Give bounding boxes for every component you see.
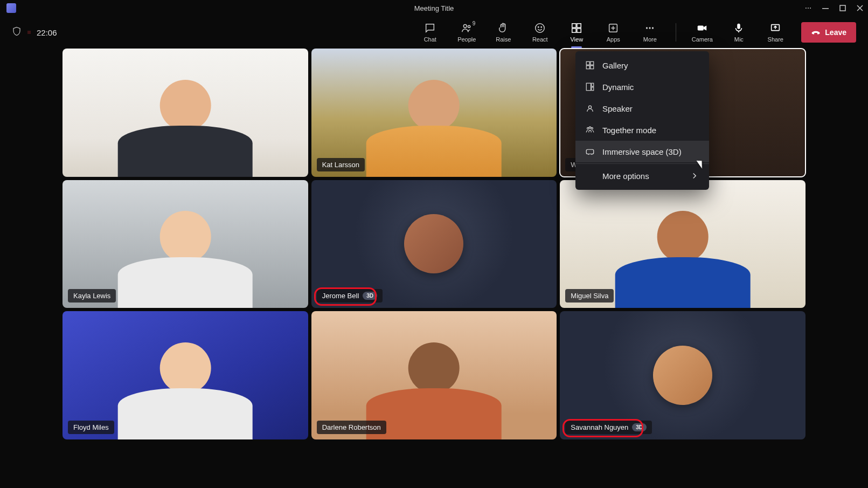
svg-rect-3 <box>822 8 829 9</box>
participant-tile[interactable]: Savannah Nguyen 3D <box>560 311 805 439</box>
participant-name-tag: Floyd Miles <box>68 421 114 434</box>
meeting-title: Meeting Title <box>112 4 756 12</box>
svg-rect-18 <box>698 25 704 30</box>
share-label: Share <box>768 36 783 43</box>
share-button[interactable]: Share <box>765 22 786 43</box>
participant-tile[interactable]: Darlene Robertson <box>311 311 557 439</box>
participant-name: Kat Larsson <box>322 161 359 169</box>
svg-point-1 <box>808 8 809 9</box>
video-grid: Kat Larsson Wade Warren Kayla Lewis Jero… <box>0 49 868 488</box>
svg-rect-11 <box>577 24 581 28</box>
menu-item-immersive[interactable]: Immersive space (3D) <box>575 141 709 162</box>
badge-3d: 3D <box>632 423 647 431</box>
apps-button[interactable]: Apps <box>602 22 624 43</box>
svg-point-17 <box>652 27 654 29</box>
camera-button[interactable]: Camera <box>691 22 713 43</box>
participant-name: Jerome Bell <box>322 292 359 300</box>
leave-label: Leave <box>825 28 846 37</box>
mic-button[interactable]: Mic <box>728 22 749 43</box>
participant-tile[interactable]: Miguel Silva <box>560 180 805 308</box>
svg-point-31 <box>591 127 593 129</box>
toolbar-divider <box>676 23 676 42</box>
svg-rect-13 <box>577 29 581 32</box>
svg-rect-32 <box>586 149 594 154</box>
participant-tile-self[interactable] <box>63 49 308 177</box>
participant-name-tag: Jerome Bell 3D <box>317 289 383 303</box>
view-label: View <box>570 36 583 43</box>
svg-point-6 <box>468 25 470 28</box>
participant-name: Savannah Nguyen <box>571 423 628 431</box>
raise-hand-button[interactable]: Raise <box>492 22 514 43</box>
participant-tile[interactable]: Floyd Miles <box>63 311 308 439</box>
minimize-icon[interactable] <box>822 4 829 12</box>
app-icon <box>6 3 16 13</box>
menu-label: Dynamic <box>602 83 634 92</box>
avatar-circle <box>653 346 712 405</box>
leave-button[interactable]: Leave <box>801 22 856 43</box>
svg-rect-12 <box>572 29 576 32</box>
raise-label: Raise <box>496 36 511 43</box>
maximize-icon[interactable] <box>839 4 846 12</box>
svg-rect-19 <box>738 24 741 29</box>
titlebar: Meeting Title <box>0 0 868 16</box>
participant-name-tag: Kayla Lewis <box>68 289 116 303</box>
menu-separator <box>575 163 709 164</box>
menu-item-more-options[interactable]: More options <box>575 165 709 187</box>
chevron-right-icon <box>690 171 699 181</box>
privacy-shield-icon[interactable] <box>12 26 22 38</box>
view-button[interactable]: View <box>566 22 587 43</box>
svg-rect-21 <box>586 61 589 65</box>
menu-label: More options <box>602 171 649 181</box>
chat-button[interactable]: Chat <box>419 22 441 43</box>
people-count: 9 <box>473 20 476 26</box>
participant-name-tag: Kat Larsson <box>317 158 365 171</box>
svg-point-30 <box>589 127 591 128</box>
participant-tile[interactable]: Kat Larsson <box>311 49 557 177</box>
svg-rect-10 <box>572 24 576 28</box>
svg-point-29 <box>587 127 589 129</box>
svg-rect-22 <box>591 61 594 65</box>
svg-point-9 <box>541 26 541 27</box>
camera-label: Camera <box>692 36 713 43</box>
svg-rect-4 <box>840 5 845 11</box>
svg-rect-24 <box>591 66 594 69</box>
avatar-circle <box>404 214 463 273</box>
participant-tile[interactable]: Kayla Lewis <box>63 180 308 308</box>
menu-label: Gallery <box>602 61 628 70</box>
svg-point-0 <box>805 8 807 9</box>
more-label: More <box>643 36 657 43</box>
svg-point-5 <box>464 24 467 28</box>
participant-name: Miguel Silva <box>571 292 608 300</box>
menu-item-speaker[interactable]: Speaker <box>575 98 709 119</box>
meeting-timer: 22:06 <box>37 28 57 37</box>
participant-name-tag: Miguel Silva <box>565 289 614 303</box>
participant-name: Darlene Robertson <box>322 423 381 431</box>
menu-item-together[interactable]: Together mode <box>575 119 709 141</box>
participant-name: Kayla Lewis <box>73 292 110 300</box>
close-icon[interactable] <box>856 4 864 12</box>
meeting-toolbar: 22:06 Chat 9 People Raise React View App… <box>0 16 868 49</box>
svg-rect-23 <box>586 66 589 69</box>
menu-label: Immersive space (3D) <box>602 147 682 156</box>
participant-tile[interactable]: Jerome Bell 3D <box>311 180 557 308</box>
svg-point-15 <box>646 27 648 29</box>
svg-point-16 <box>649 27 651 29</box>
people-label: People <box>457 36 476 43</box>
svg-point-8 <box>538 26 539 27</box>
svg-rect-25 <box>586 83 591 91</box>
participant-name: Floyd Miles <box>73 423 109 431</box>
chat-label: Chat <box>424 36 436 43</box>
svg-point-2 <box>810 8 811 9</box>
view-menu: Gallery Dynamic Speaker Together mode Im… <box>575 51 709 190</box>
menu-item-gallery[interactable]: Gallery <box>575 54 709 76</box>
menu-item-dynamic[interactable]: Dynamic <box>575 76 709 98</box>
menu-label: Together mode <box>602 126 656 135</box>
people-button[interactable]: 9 People <box>456 22 477 43</box>
participant-name-tag: Savannah Nguyen 3D <box>565 421 652 434</box>
svg-point-28 <box>588 106 591 108</box>
participant-name-tag: Darlene Robertson <box>317 421 386 434</box>
more-button[interactable]: More <box>639 22 661 43</box>
more-window-icon[interactable] <box>804 4 812 12</box>
svg-rect-26 <box>592 83 594 86</box>
react-button[interactable]: React <box>529 22 551 43</box>
